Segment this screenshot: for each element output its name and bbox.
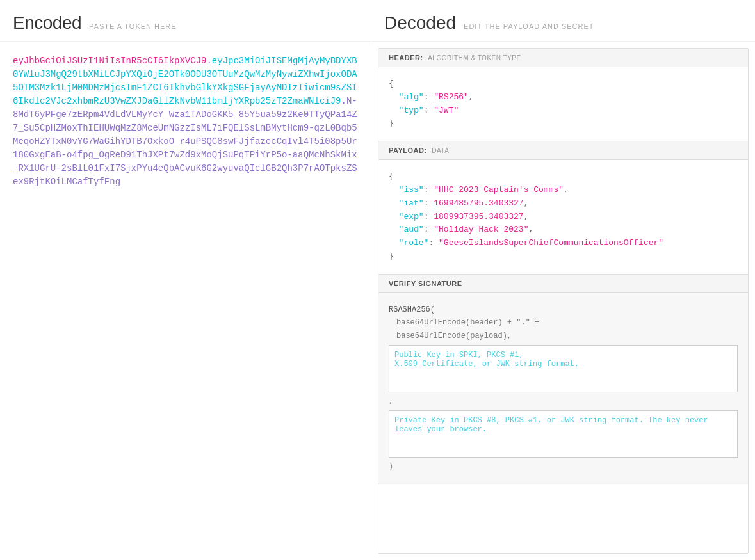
payload-section-label: PAYLOAD: DATA — [378, 141, 748, 160]
verify-fn-name: RSASHA256( — [389, 305, 435, 314]
close-paren: ) — [389, 460, 738, 473]
verify-signature-section: VERIFY SIGNATURE RSASHA256( base64UrlEnc… — [378, 275, 748, 484]
encoded-panel: Encoded PASTE A TOKEN HERE eyJhbGciOiJSU… — [0, 0, 371, 560]
comma-separator: , — [389, 397, 393, 406]
verify-line1: base64UrlEncode(header) + "." + — [389, 316, 738, 329]
decoded-title: Decoded — [384, 13, 456, 33]
public-key-input[interactable] — [389, 345, 738, 392]
encoded-token-display[interactable]: eyJhbGciOiJSUzI1NiIsInR5cCI6IkpXVCJ9.eyJ… — [0, 42, 371, 560]
verify-line2: base64UrlEncode(payload), — [389, 330, 738, 342]
payload-section: PAYLOAD: DATA { "iss": "HHC 2023 Captain… — [378, 141, 748, 275]
token-part1: eyJhbGciOiJSUzI1NiIsInR5cCI6IkpXVCJ9 — [13, 56, 206, 66]
decoded-panel: Decoded EDIT THE PAYLOAD AND SECRET HEAD… — [371, 0, 755, 560]
token-dot1: . — [206, 56, 211, 66]
decoded-header: Decoded EDIT THE PAYLOAD AND SECRET — [371, 13, 755, 42]
decoded-sections-container: HEADER: ALGORITHM & TOKEN TYPE { "alg": … — [378, 48, 749, 554]
header-section-label: HEADER: ALGORITHM & TOKEN TYPE — [378, 49, 748, 67]
encoded-header: Encoded PASTE A TOKEN HERE — [0, 13, 371, 42]
encoded-subtitle: PASTE A TOKEN HERE — [89, 22, 177, 30]
verify-section-body: RSASHA256( base64UrlEncode(header) + "."… — [378, 293, 748, 484]
private-key-input[interactable] — [389, 410, 738, 458]
token-part3: N-8MdT6yPFge7zERpm4VdLdVLMyYcY_Wza1TADoG… — [13, 96, 357, 187]
verify-section-label: VERIFY SIGNATURE — [378, 275, 748, 293]
decoded-subtitle: EDIT THE PAYLOAD AND SECRET — [464, 22, 594, 30]
encoded-title: Encoded — [13, 13, 81, 33]
header-section-body: { "alg": "RS256", "typ": "JWT" } — [378, 67, 748, 141]
header-section: HEADER: ALGORITHM & TOKEN TYPE { "alg": … — [378, 49, 748, 141]
token-dot2: . — [341, 96, 346, 106]
payload-section-body: { "iss": "HHC 2023 Captain's Comms", "ia… — [378, 160, 748, 274]
